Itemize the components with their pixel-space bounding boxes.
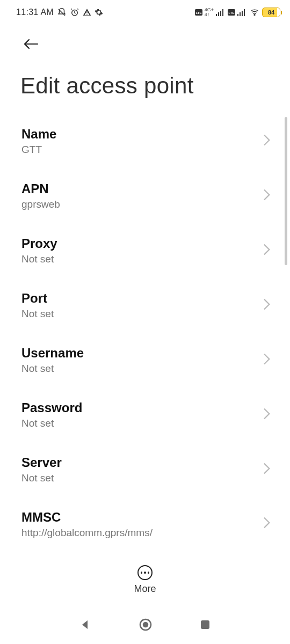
network-label-icon: 4G+4↑ [205, 8, 214, 17]
row-label: APN [21, 181, 60, 196]
row-server[interactable]: Server Not set [21, 442, 279, 497]
svg-rect-2 [86, 14, 87, 14]
row-label: Name [21, 127, 56, 142]
chevron-right-icon [263, 353, 279, 367]
svg-rect-8 [222, 9, 223, 16]
row-value: Not set [21, 363, 84, 375]
status-right: LTE 4G+4↑ LTE 84 [195, 8, 280, 17]
row-apn[interactable]: APN gprsweb [21, 169, 279, 223]
nav-recents-button[interactable] [199, 619, 211, 633]
wifi-icon [249, 8, 260, 17]
page-title: Edit access point [0, 54, 290, 114]
row-label: MMSC [21, 510, 153, 525]
notifications-off-icon [57, 8, 67, 17]
svg-rect-18 [201, 620, 209, 629]
chevron-right-icon [263, 189, 279, 203]
row-value: Not set [21, 308, 54, 320]
system-nav-bar [0, 608, 290, 644]
gear-icon [95, 8, 103, 17]
back-button[interactable] [21, 34, 41, 54]
svg-rect-1 [86, 12, 87, 13]
chevron-right-icon [263, 134, 279, 148]
row-label: Server [21, 455, 62, 470]
alarm-icon [70, 8, 79, 17]
scroll-indicator[interactable] [285, 117, 287, 265]
row-name[interactable]: Name GTT [21, 114, 279, 169]
row-port[interactable]: Port Not set [21, 278, 279, 333]
chevron-right-icon [263, 298, 279, 312]
signal-icon-2 [237, 9, 247, 16]
svg-rect-11 [237, 14, 238, 16]
row-label: Password [21, 400, 82, 415]
chevron-right-icon [263, 244, 279, 258]
row-value: GTT [21, 144, 56, 156]
row-label: Port [21, 291, 54, 306]
battery-icon: 84 [262, 8, 280, 17]
nav-home-button[interactable] [139, 618, 153, 634]
header-row [0, 23, 290, 54]
arrow-left-icon [23, 38, 39, 50]
volte-icon-2: LTE [228, 9, 235, 16]
svg-point-17 [143, 623, 148, 627]
status-bar: 11:31 AM LTE 4G+4↑ LTE 84 [0, 0, 290, 23]
svg-rect-13 [242, 11, 243, 16]
svg-rect-6 [218, 12, 219, 16]
row-value: Not set [21, 418, 82, 429]
row-username[interactable]: Username Not set [21, 333, 279, 387]
svg-text:LTE: LTE [229, 11, 235, 14]
chevron-right-icon [263, 408, 279, 422]
row-mmsc[interactable]: MMSC http://globalcomm.gprs/mms/ [21, 497, 279, 538]
row-value: http://globalcomm.gprs/mms/ [21, 527, 153, 538]
svg-text:LTE: LTE [195, 11, 201, 14]
svg-point-15 [254, 14, 255, 16]
row-label: Proxy [21, 236, 57, 251]
more-menu[interactable]: More [0, 560, 290, 595]
row-value: gprsweb [21, 199, 60, 210]
more-icon [137, 565, 153, 580]
volte-icon-1: LTE [195, 9, 202, 16]
svg-rect-12 [240, 12, 241, 16]
nav-back-button[interactable] [79, 618, 92, 633]
row-proxy[interactable]: Proxy Not set [21, 223, 279, 278]
svg-rect-5 [216, 14, 217, 16]
svg-rect-14 [244, 9, 245, 16]
status-time: 11:31 AM [16, 8, 54, 17]
row-value: Not set [21, 472, 62, 484]
signal-icon-1 [216, 9, 226, 16]
chevron-right-icon [263, 463, 279, 477]
battery-level: 84 [268, 9, 274, 16]
svg-rect-7 [220, 11, 221, 16]
chevron-right-icon [263, 517, 279, 531]
row-value: Not set [21, 253, 57, 265]
status-left: 11:31 AM [16, 8, 103, 17]
more-label: More [134, 583, 156, 595]
warning-icon [83, 8, 91, 17]
row-password[interactable]: Password Not set [21, 387, 279, 442]
settings-list: Name GTT APN gprsweb Proxy Not set Port … [0, 114, 290, 538]
row-label: Username [21, 346, 84, 361]
